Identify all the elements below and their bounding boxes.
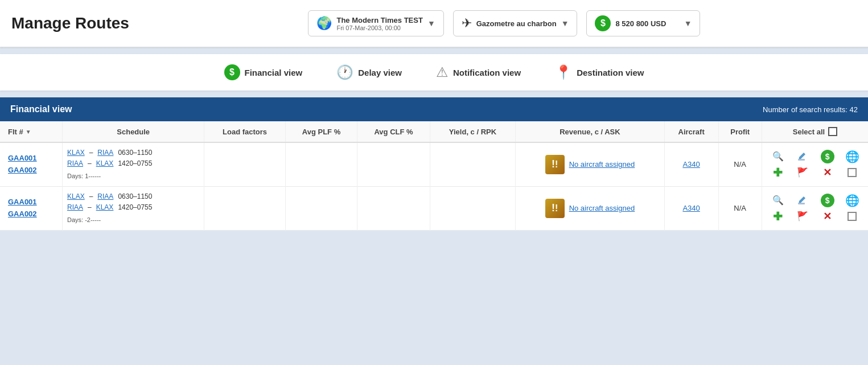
dollar-action-icon-2[interactable]: $ <box>821 194 834 207</box>
airport-title: Gazometre au charbon <box>476 19 557 28</box>
flag-action-icon-2[interactable]: 🚩 <box>796 210 809 223</box>
airplane-icon: ✈ <box>462 16 472 31</box>
col-avg-clf: Avg CLF % <box>357 121 430 142</box>
route-klax-1[interactable]: KLAX <box>67 147 85 158</box>
dollar-action-icon-1[interactable]: $ <box>821 150 834 163</box>
tab-destination-label: Destination view <box>577 68 644 77</box>
col-aircraft: Aircraft <box>664 121 718 142</box>
col-schedule: Schedule <box>62 121 204 142</box>
no-aircraft-icon-2: ! <box>545 199 565 218</box>
aircraft-link-2[interactable]: A340 <box>682 204 700 212</box>
schedule-days-1: Days: 1------ <box>67 171 199 182</box>
finance-dropdown-text: 8 520 800 USD <box>615 19 679 28</box>
globe-icon-2: 🌐 <box>845 194 859 207</box>
route-riaa-back-2[interactable]: RIAA <box>67 202 83 213</box>
aircraft-link-1[interactable]: A340 <box>682 160 700 169</box>
finance-title: 8 520 800 USD <box>615 19 679 28</box>
flt-link-gaa002-1[interactable]: GAA002 <box>8 165 57 177</box>
view-tabs-bar: $ Financial view 🕐 Delay view ⚠ Notifica… <box>0 54 868 91</box>
globe-action-icon-2[interactable]: 🌐 <box>845 194 859 207</box>
routes-table: Flt # ▼ Schedule Load factors Avg PLF % … <box>0 121 868 231</box>
avg-clf-cell-2 <box>357 186 430 230</box>
load-factors-cell-2 <box>204 186 285 230</box>
route-klax-back-1[interactable]: KLAX <box>96 158 114 169</box>
world-chevron-icon: ▼ <box>427 19 435 28</box>
schedule-days-2: Days: -2----- <box>67 215 199 225</box>
table-container: Financial view Number of search results:… <box>0 97 868 231</box>
flag-action-icon-1[interactable]: 🚩 <box>796 166 809 179</box>
tab-notification[interactable]: ⚠ Notification view <box>430 62 526 83</box>
airport-dropdown-text: Gazometre au charbon <box>476 19 557 28</box>
table-count: Number of search results: 42 <box>763 105 858 114</box>
world-dropdown[interactable]: 🌍 The Modern Times TEST Fri 07-Mar-2003,… <box>308 10 443 36</box>
route-riaa-back-1[interactable]: RIAA <box>67 158 83 169</box>
revenue-cell-2: ! No aircraft assigned <box>516 186 665 230</box>
flt-link-gaa001-1[interactable]: GAA001 <box>8 153 57 165</box>
tab-destination[interactable]: 📍 Destination view <box>549 62 649 83</box>
route-klax-2[interactable]: KLAX <box>67 191 85 202</box>
edit-action-icon-1[interactable] <box>796 150 809 163</box>
schedule-cell-1: KLAX – RIAA 0630–1150 RIAA – KLAX 1420–0… <box>62 142 204 186</box>
delete-action-icon-1[interactable]: ✕ <box>821 166 834 179</box>
financial-icon: $ <box>224 64 240 80</box>
header-dropdowns: 🌍 The Modern Times TEST Fri 07-Mar-2003,… <box>152 10 857 36</box>
yield-cell-2 <box>430 186 515 230</box>
tab-notification-label: Notification view <box>453 68 521 77</box>
delay-icon: 🕐 <box>336 64 353 80</box>
flt-link-gaa001-2[interactable]: GAA001 <box>8 196 57 208</box>
no-aircraft-link-2[interactable]: No aircraft assigned <box>569 204 635 212</box>
col-select-all: Select all <box>762 121 868 142</box>
search-action-icon-2[interactable]: 🔍 <box>771 194 785 207</box>
tab-financial-label: Financial view <box>245 68 303 77</box>
col-flt: Flt # ▼ <box>0 121 62 142</box>
load-factors-cell-1 <box>204 142 285 186</box>
tab-financial[interactable]: $ Financial view <box>219 62 308 83</box>
airport-dropdown[interactable]: ✈ Gazometre au charbon ▼ <box>453 10 578 36</box>
destination-icon: 📍 <box>555 64 572 80</box>
search-action-icon-1[interactable]: 🔍 <box>771 150 785 163</box>
add-action-icon-1[interactable]: ✚ <box>771 166 785 179</box>
world-title: The Modern Times TEST <box>336 16 422 24</box>
table-title: Financial view <box>10 104 72 114</box>
header-bar: Manage Routes 🌍 The Modern Times TEST Fr… <box>0 0 868 47</box>
revenue-cell-1: ! No aircraft assigned <box>516 142 665 186</box>
flt-cell-2: GAA001 GAA002 <box>0 186 62 230</box>
col-profit: Profit <box>718 121 762 142</box>
tab-delay-label: Delay view <box>358 68 402 77</box>
globe-action-icon-1[interactable]: 🌐 <box>845 150 859 163</box>
row-checkbox-2[interactable] <box>845 210 859 223</box>
col-avg-plf: Avg PLF % <box>285 121 357 142</box>
profit-cell-1: N/A <box>718 142 762 186</box>
route-klax-back-2[interactable]: KLAX <box>96 202 114 213</box>
no-aircraft-icon-1: ! <box>545 155 565 174</box>
sort-icon[interactable]: ▼ <box>26 129 31 135</box>
finance-chevron-icon: ▼ <box>684 19 692 28</box>
select-all-checkbox[interactable] <box>828 127 837 136</box>
no-aircraft-link-1[interactable]: No aircraft assigned <box>569 160 635 169</box>
actions-cell-2: 🔍 $ 🌐 ✚ 🚩 ✕ <box>762 186 868 230</box>
add-action-icon-2[interactable]: ✚ <box>771 210 785 223</box>
route-riaa-1[interactable]: RIAA <box>97 147 113 158</box>
airport-chevron-icon: ▼ <box>561 19 569 28</box>
table-row: GAA001 GAA002 KLAX – RIAA 0630–1150 RIAA <box>0 142 868 186</box>
delete-action-icon-2[interactable]: ✕ <box>821 210 834 223</box>
profit-cell-2: N/A <box>718 186 762 230</box>
col-yield: Yield, c / RPK <box>430 121 515 142</box>
globe-icon-1: 🌐 <box>845 150 859 163</box>
edit-action-icon-2[interactable] <box>796 194 809 207</box>
notification-icon: ⚠ <box>436 64 449 80</box>
route-riaa-2[interactable]: RIAA <box>97 191 113 202</box>
actions-cell-1: 🔍 $ 🌐 ✚ 🚩 ✕ <box>762 142 868 186</box>
world-icon: 🌍 <box>316 16 332 31</box>
row-checkbox-1[interactable] <box>845 166 859 179</box>
flt-link-gaa002-2[interactable]: GAA002 <box>8 208 57 220</box>
world-dropdown-text: The Modern Times TEST Fri 07-Mar-2003, 0… <box>336 16 422 31</box>
schedule-cell-2: KLAX – RIAA 0630–1150 RIAA – KLAX 1420–0… <box>62 186 204 230</box>
finance-dropdown[interactable]: $ 8 520 800 USD ▼ <box>586 10 700 36</box>
tab-delay[interactable]: 🕐 Delay view <box>331 62 408 83</box>
table-row: GAA001 GAA002 KLAX – RIAA 0630–1150 RIAA <box>0 186 868 230</box>
page-title: Manage Routes <box>11 14 129 32</box>
table-header-bar: Financial view Number of search results:… <box>0 97 868 121</box>
avg-plf-cell-2 <box>285 186 357 230</box>
col-load-factors: Load factors <box>204 121 285 142</box>
